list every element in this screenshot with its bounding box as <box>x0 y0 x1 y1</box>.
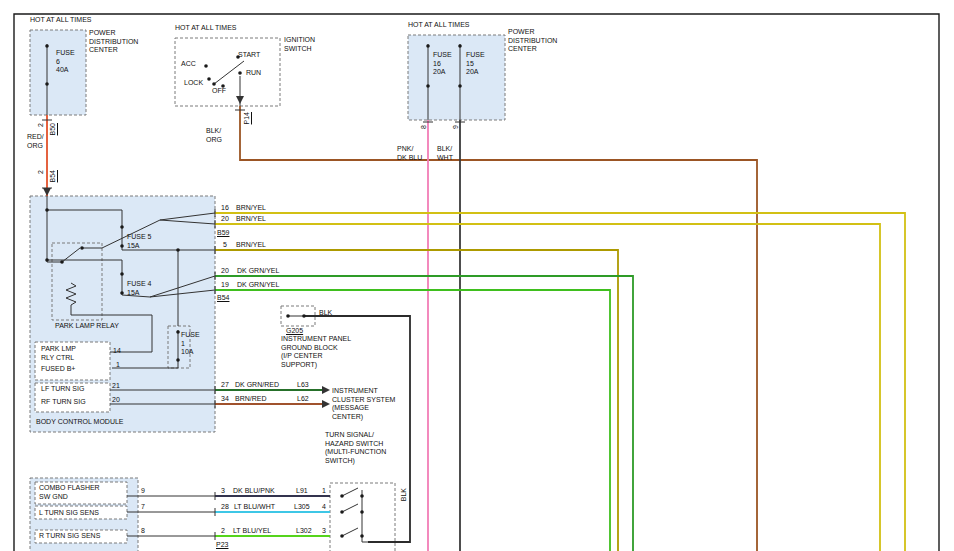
power-distribution-box-right <box>408 35 505 120</box>
wire-color-label: BLK/ WHT <box>437 145 453 162</box>
pin-label: 27 <box>221 381 229 390</box>
fuse1-label: FUSE 1 10A <box>181 331 200 357</box>
wire-color-label: BLK <box>319 309 332 318</box>
pin-label: 20 <box>221 267 229 276</box>
connector-label: B54 <box>217 294 229 303</box>
wire-color-label: PNK/ DK BLU <box>397 145 422 162</box>
bcm-io-label: PARK LMP RLY CTRL <box>41 345 76 362</box>
pin-label: 7 <box>141 503 145 512</box>
pin-label: 2 <box>37 170 44 174</box>
pin-label: 20 <box>112 396 120 405</box>
ign-pos-start: START <box>238 51 260 60</box>
bcm-io-label: RF TURN SIG <box>41 398 86 407</box>
wire-color-label: BRN/YEL <box>236 215 266 224</box>
ign-pos-acc: ACC <box>181 60 196 69</box>
hot-label: HOT AT ALL TIMES <box>30 16 91 25</box>
pin-label: 5 <box>223 241 227 250</box>
fuse4-label: FUSE 4 15A <box>127 280 152 297</box>
ignition-label: IGNITION SWITCH <box>284 36 315 53</box>
wire-color-label: DK GRN/YEL <box>237 281 279 290</box>
park-lamp-relay-label: PARK LAMP RELAY <box>55 322 119 331</box>
pin-label: 9 <box>141 487 145 496</box>
pin-label: 28 <box>221 503 229 512</box>
pin-label: 1 <box>322 487 326 496</box>
wiring-diagram: HOT AT ALL TIMES POWER DISTRIBUTION CENT… <box>0 0 954 551</box>
pin-label: 2 <box>37 123 44 127</box>
hot-label: HOT AT ALL TIMES <box>408 21 469 30</box>
bcm-io-label: LF TURN SIG <box>41 385 84 394</box>
wire-color-label: LT BLU/YEL <box>233 527 271 536</box>
pin-label: 3 <box>221 487 225 496</box>
wire-color-label: BLK <box>400 488 407 501</box>
ign-pos-run: RUN <box>246 69 261 78</box>
fuse5-label: FUSE 5 15A <box>127 233 152 250</box>
wire-color-label: BRN/RED <box>235 395 267 404</box>
ign-pos-lock: LOCK <box>184 79 203 88</box>
pdc-right-label: POWER DISTRIBUTION CENTER <box>508 28 557 54</box>
pin-label: 8 <box>420 125 427 129</box>
connector-label: B50 <box>49 123 56 135</box>
pin-label: 1 <box>116 361 120 370</box>
pin-label: 3 <box>322 527 326 536</box>
fuse6-label: FUSE 6 40A <box>56 49 75 75</box>
wire-dkgrn-yel-20 <box>215 276 633 551</box>
cluster-label: INSTRUMENT CLUSTER SYSTEM (MESSAGE CENTE… <box>332 387 395 421</box>
flasher-row-label: L TURN SIG SENS <box>39 509 99 518</box>
pin-label: 14 <box>113 347 121 356</box>
wire-brn-yel-16 <box>215 213 905 551</box>
wire-blk-org <box>240 106 757 551</box>
ign-pos-off: OFF <box>212 87 226 96</box>
wire-color-label: BRN/YEL <box>236 241 266 250</box>
wire-color-label: DK BLU/PNK <box>233 487 275 496</box>
fuse15-label: FUSE 15 20A <box>466 51 485 77</box>
ignition-switch-box <box>175 38 280 106</box>
pin-label: 34 <box>221 395 229 404</box>
connector-label: P14 <box>243 112 250 124</box>
pin-label: 19 <box>221 281 229 290</box>
pin-label: 20 <box>221 215 229 224</box>
hot-label: HOT AT ALL TIMES <box>175 24 236 33</box>
pin-label: 16 <box>221 204 229 213</box>
flasher-row-label: R TURN SIG SENS <box>39 532 100 541</box>
wire-brn-yel-5 <box>215 250 618 551</box>
pdc-left-label: POWER DISTRIBUTION CENTER <box>89 29 138 55</box>
connector-label: P23 <box>216 541 228 550</box>
fuse16-label: FUSE 16 20A <box>433 51 452 77</box>
wire-color-label: LT BLU/WHT <box>234 503 275 512</box>
wire-color-label: RED/ ORG <box>27 133 44 150</box>
circuit-label: L305 <box>294 503 310 512</box>
bcm-label: BODY CONTROL MODULE <box>36 418 124 427</box>
wire-color-label: DK GRN/RED <box>235 381 279 390</box>
diagram-canvas <box>0 0 954 551</box>
wire-color-label: BRN/YEL <box>236 204 266 213</box>
circuit-label: L302 <box>296 527 312 536</box>
pin-label: 4 <box>322 503 326 512</box>
flasher-row-label: COMBO FLASHER SW GND <box>39 484 100 501</box>
circuit-label: L63 <box>297 381 309 390</box>
wire-brn-yel-20 <box>215 224 880 551</box>
turn-switch-label: TURN SIGNAL/ HAZARD SWITCH (MULTI-FUNCTI… <box>325 431 386 465</box>
pin-label: 9 <box>452 125 459 129</box>
pin-label: 8 <box>141 527 145 536</box>
connector-label: B59 <box>217 229 229 238</box>
wire-color-label: BLK/ ORG <box>206 127 222 144</box>
bcm-io-label: FUSED B+ <box>41 365 75 374</box>
pin-label: 2 <box>221 527 225 536</box>
connector-label: B54 <box>49 170 56 182</box>
circuit-label: L62 <box>297 395 309 404</box>
circuit-label: L91 <box>296 487 308 496</box>
pin-label: 21 <box>112 382 120 391</box>
wire-color-label: DK GRN/YEL <box>237 267 279 276</box>
ground-block-label: INSTRUMENT PANEL GROUND BLOCK (I/P CENTE… <box>281 335 351 369</box>
